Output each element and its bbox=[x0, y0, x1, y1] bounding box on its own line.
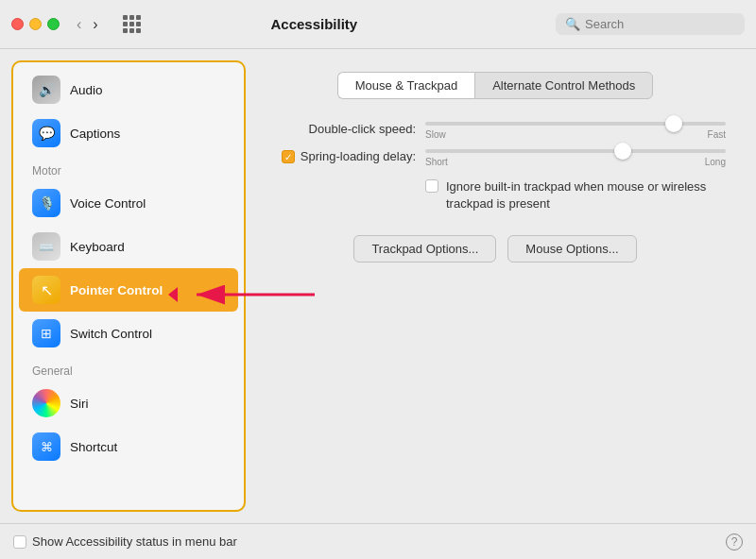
bottom-buttons: Trackpad Options... Mouse Options... bbox=[265, 235, 726, 263]
double-click-slider-track[interactable] bbox=[425, 122, 726, 126]
traffic-lights bbox=[11, 18, 60, 30]
content-area: Mouse & Trackpad Alternate Control Metho… bbox=[246, 60, 745, 512]
spring-loading-slider-thumb[interactable] bbox=[614, 143, 631, 160]
sidebar-label-siri: Siri bbox=[70, 397, 89, 411]
accessibility-status-checkbox[interactable] bbox=[13, 535, 26, 549]
close-button[interactable] bbox=[11, 18, 24, 30]
motor-section-label: Motor bbox=[13, 155, 244, 181]
trackpad-options-button[interactable]: Trackpad Options... bbox=[353, 235, 496, 263]
audio-icon: 🔊 bbox=[32, 76, 60, 104]
statusbar: Show Accessibility status in menu bar ? bbox=[0, 523, 756, 559]
sidebar-item-shortcut[interactable]: ⌘ Shortcut bbox=[19, 425, 238, 468]
window-title: Accessibility bbox=[80, 16, 548, 32]
accessibility-status-label: Show Accessibility status in menu bar bbox=[32, 534, 237, 549]
pointer-control-icon: ↖ bbox=[32, 276, 60, 304]
spring-loading-slider-track[interactable] bbox=[425, 149, 726, 153]
spring-loading-short-label: Short bbox=[425, 157, 448, 167]
sidebar-label-switch-control: Switch Control bbox=[70, 327, 152, 341]
sidebar-item-siri[interactable]: Siri bbox=[19, 381, 238, 425]
sidebar-item-voice-control[interactable]: 🎙️ Voice Control bbox=[19, 181, 238, 225]
sidebar-item-pointer-control[interactable]: ↖ Pointer Control bbox=[19, 268, 238, 312]
search-box[interactable]: 🔍 bbox=[556, 13, 745, 35]
double-click-label: Double-click speed: bbox=[265, 122, 416, 136]
mouse-options-button[interactable]: Mouse Options... bbox=[507, 235, 636, 263]
sidebar-label-pointer-control: Pointer Control bbox=[70, 283, 163, 297]
sidebar-label-keyboard: Keyboard bbox=[70, 240, 125, 254]
sidebar-label-voice-control: Voice Control bbox=[70, 196, 146, 211]
spring-loading-long-label: Long bbox=[705, 157, 726, 167]
main-content: 🔊 Audio 💬 Captions Motor 🎙️ Voice Contro… bbox=[0, 49, 756, 523]
sidebar-item-keyboard[interactable]: ⌨️ Keyboard bbox=[19, 225, 238, 268]
sidebar: 🔊 Audio 💬 Captions Motor 🎙️ Voice Contro… bbox=[11, 60, 246, 512]
titlebar: ‹ › Accessibility 🔍 bbox=[0, 0, 756, 49]
switch-control-icon: ⊞ bbox=[32, 319, 60, 347]
tab-bar: Mouse & Trackpad Alternate Control Metho… bbox=[265, 72, 726, 99]
double-click-fast-label: Fast bbox=[708, 129, 726, 140]
ignore-trackpad-row: Ignore built-in trackpad when mouse or w… bbox=[425, 178, 726, 212]
main-layout: 🔊 Audio 💬 Captions Motor 🎙️ Voice Contro… bbox=[0, 49, 756, 523]
double-click-slider-labels: Slow Fast bbox=[425, 129, 726, 140]
sidebar-item-audio[interactable]: 🔊 Audio bbox=[19, 68, 238, 111]
statusbar-check: Show Accessibility status in menu bar bbox=[13, 534, 237, 549]
tab-alternate-control[interactable]: Alternate Control Methods bbox=[474, 72, 653, 99]
spring-loading-label: Spring-loading delay: bbox=[301, 149, 416, 163]
maximize-button[interactable] bbox=[47, 18, 60, 30]
double-click-slider-thumb[interactable] bbox=[665, 115, 682, 132]
sidebar-item-switch-control[interactable]: ⊞ Switch Control bbox=[19, 312, 238, 355]
voice-control-icon: 🎙️ bbox=[32, 189, 60, 217]
double-click-row: Double-click speed: Slow Fast bbox=[265, 118, 726, 140]
help-button[interactable]: ? bbox=[726, 534, 743, 551]
sidebar-label-shortcut: Shortcut bbox=[70, 440, 117, 454]
sidebar-label-captions: Captions bbox=[70, 127, 120, 141]
general-section-label: General bbox=[13, 355, 244, 381]
search-icon: 🔍 bbox=[565, 17, 580, 31]
keyboard-icon: ⌨️ bbox=[32, 232, 60, 261]
tab-mouse-trackpad[interactable]: Mouse & Trackpad bbox=[337, 72, 474, 99]
siri-icon bbox=[32, 389, 60, 417]
ignore-trackpad-label: Ignore built-in trackpad when mouse or w… bbox=[446, 178, 711, 212]
search-input[interactable] bbox=[585, 17, 735, 31]
spring-loading-checkbox[interactable]: ✓ bbox=[282, 150, 295, 163]
double-click-slow-label: Slow bbox=[425, 129, 446, 140]
captions-icon: 💬 bbox=[32, 119, 60, 147]
minimize-button[interactable] bbox=[29, 18, 42, 30]
sidebar-label-audio: Audio bbox=[70, 83, 103, 97]
shortcut-icon: ⌘ bbox=[32, 432, 60, 461]
spring-loading-row: ✓ Spring-loading delay: Short Long bbox=[265, 145, 726, 167]
spring-loading-slider-labels: Short Long bbox=[425, 157, 726, 167]
sidebar-item-captions[interactable]: 💬 Captions bbox=[19, 111, 238, 155]
ignore-trackpad-checkbox[interactable] bbox=[425, 179, 438, 193]
spring-loading-slider-container: Short Long bbox=[425, 145, 726, 167]
double-click-slider-container: Slow Fast bbox=[425, 118, 726, 140]
